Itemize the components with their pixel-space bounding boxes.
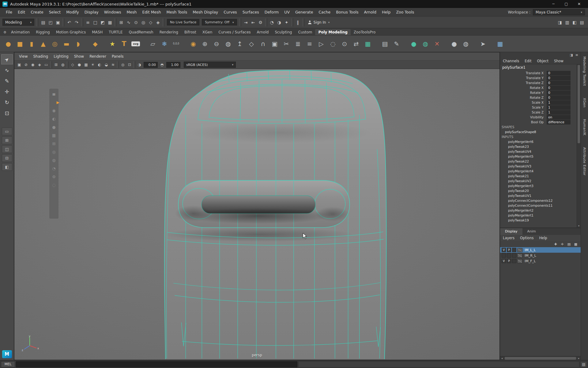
poly-sphere-icon[interactable]: ●: [2, 38, 14, 50]
attribute-value-field[interactable]: 0: [547, 71, 571, 75]
layer-visibility-toggle[interactable]: [502, 253, 506, 258]
attribute-value-field[interactable]: 0: [547, 95, 571, 100]
status-separator[interactable]: [265, 18, 267, 26]
sign-in-button[interactable]: Sign In ▾: [308, 20, 330, 25]
status-separator[interactable]: [36, 18, 39, 26]
toggle-tool-settings-icon[interactable]: ◧: [571, 19, 578, 26]
poly-plane-icon[interactable]: ▬: [61, 38, 72, 50]
shelf-tab-rigging[interactable]: Rigging: [33, 29, 53, 35]
hud-extra-icon[interactable]: ◌: [49, 181, 58, 189]
fill-hole-icon[interactable]: ▣: [269, 38, 281, 50]
menu-file[interactable]: File: [3, 8, 15, 16]
layer-name[interactable]: IM_R_L: [523, 254, 536, 258]
zoo-renderer-icon[interactable]: ◍: [420, 38, 431, 50]
camera-select-icon[interactable]: ▣: [16, 61, 23, 68]
attribute-value-field[interactable]: 1: [547, 100, 571, 105]
gamma-field[interactable]: 1.00: [166, 62, 180, 68]
screen-space-ao-icon[interactable]: ◒: [103, 61, 110, 68]
input-connections-icon[interactable]: ⇥: [242, 19, 250, 26]
status-separator[interactable]: [163, 18, 165, 26]
script-editor-icon[interactable]: ▤: [580, 361, 587, 367]
single-pane-layout-icon[interactable]: ▭: [2, 128, 12, 135]
menu-edit-mesh[interactable]: Edit Mesh: [139, 8, 164, 16]
input-node[interactable]: polyConnectComponents12: [500, 198, 577, 203]
construction-plane-icon[interactable]: ▱: [147, 38, 159, 50]
menu-curves[interactable]: Curves: [221, 8, 239, 16]
input-node[interactable]: polyTweak19: [500, 218, 577, 223]
quad-draw-icon[interactable]: ▦: [362, 38, 374, 50]
cb-menu-object[interactable]: Object: [534, 59, 551, 63]
status-separator[interactable]: [303, 18, 305, 26]
cb-menu-show[interactable]: Show: [551, 59, 566, 63]
input-node[interactable]: polyMergeVert2: [500, 208, 577, 213]
shelf-tab-motion-graphics[interactable]: Motion Graphics: [53, 29, 89, 35]
multi-cut-icon[interactable]: ✂: [281, 38, 292, 50]
render-current-frame-icon[interactable]: ◔: [268, 19, 276, 26]
menu-set-dropdown[interactable]: Modeling▾: [2, 19, 34, 26]
mirror-icon[interactable]: ⇄: [350, 38, 362, 50]
hud-menu-icon[interactable]: ≡: [49, 90, 58, 98]
model-wireframe[interactable]: [14, 69, 499, 360]
hud-shading-icon[interactable]: ●: [49, 123, 58, 131]
motion-blur-icon[interactable]: ≋: [110, 61, 116, 68]
layer-display-type-toggle[interactable]: [512, 253, 516, 258]
input-node[interactable]: polyTweakUV1: [500, 193, 577, 198]
attribute-value-field[interactable]: 0: [547, 86, 571, 90]
attribute-value-field[interactable]: 1: [547, 110, 571, 115]
panel-menu-lighting[interactable]: Lighting: [51, 54, 71, 59]
scrollbar-thumb[interactable]: [505, 357, 576, 360]
panel-menu-view[interactable]: View: [16, 54, 30, 59]
shelf-tab-animation[interactable]: Animation: [8, 29, 33, 35]
insert-edge-loop-icon[interactable]: ≣: [292, 38, 304, 50]
attribute-value-field[interactable]: 0: [547, 81, 571, 85]
lasso-tool-icon[interactable]: ∿: [1, 65, 13, 75]
menu-modify[interactable]: Modify: [63, 8, 81, 16]
sidebar-tab-attribute-editor[interactable]: Attribute Editor: [582, 147, 586, 176]
status-separator[interactable]: [115, 18, 117, 26]
viewport-separator[interactable]: [117, 61, 119, 68]
construction-history-icon[interactable]: ⚙: [257, 19, 264, 26]
input-node[interactable]: polyTweakUV4: [500, 149, 577, 154]
origin-locator-icon[interactable]: 0,0,0: [170, 38, 182, 50]
layer-row-im-r-l[interactable]: IM_R_L: [500, 253, 581, 258]
uv-editor-icon[interactable]: ▤: [379, 38, 391, 50]
menu-arnold[interactable]: Arnold: [361, 8, 379, 16]
selected-node-name[interactable]: polySurface1: [500, 64, 577, 71]
shelf-tab-poly-modeling[interactable]: Poly Modeling: [315, 29, 350, 35]
save-scene-icon[interactable]: ▣: [54, 19, 62, 26]
sidebar-tab-modeling-toolkit[interactable]: Modeling Toolkit: [582, 56, 586, 86]
layer-visibility-toggle[interactable]: V: [502, 248, 506, 252]
snap-to-projected-center-icon[interactable]: ◎: [140, 19, 147, 26]
toggle-modeling-toolkit-icon[interactable]: ◨: [556, 19, 564, 26]
attribute-value-field[interactable]: difference: [547, 120, 571, 125]
paint-select-tool-icon[interactable]: ✎: [1, 76, 13, 86]
sculpt-tool-icon[interactable]: ◉: [187, 38, 199, 50]
layer-display-type-toggle[interactable]: [512, 248, 516, 252]
menu-deform[interactable]: Deform: [262, 8, 281, 16]
layer-display-type-toggle[interactable]: [512, 259, 516, 263]
sidebar-tab-humanik[interactable]: HumanIK: [582, 119, 586, 136]
select-object-icon[interactable]: □: [92, 19, 99, 26]
shelf-tab-rendering[interactable]: Rendering: [156, 29, 181, 35]
type-tool-icon[interactable]: T: [118, 38, 130, 50]
cb-menu-channels[interactable]: Channels: [500, 59, 522, 63]
panel-pin-icon[interactable]: ◨: [570, 53, 573, 57]
zoo-close-icon[interactable]: ✕: [431, 38, 443, 50]
four-pane-layout-icon[interactable]: ⊞: [2, 136, 12, 144]
oversampling-icon[interactable]: ◍: [59, 61, 66, 68]
hud-grid-icon[interactable]: ⊞: [49, 140, 58, 148]
combine-icon[interactable]: ⊕: [199, 38, 211, 50]
menu-select[interactable]: Select: [46, 8, 64, 16]
hud-expand-arrow-icon[interactable]: ▶: [49, 98, 58, 106]
shelf-tab-xgen[interactable]: XGen: [199, 29, 216, 35]
menu-create[interactable]: Create: [28, 8, 46, 16]
input-node[interactable]: polyMergeVert6: [500, 139, 577, 144]
input-node[interactable]: polyTweakUV3: [500, 164, 577, 169]
workspace-dropdown[interactable]: Maya Classic*▾: [533, 9, 585, 15]
shelf-tab-sculpting[interactable]: Sculpting: [272, 29, 295, 35]
camera-attributes-icon[interactable]: ◉: [29, 61, 36, 68]
input-node[interactable]: polyMergeVert5: [500, 154, 577, 159]
attribute-value-field[interactable]: 0: [547, 76, 571, 80]
layer-att ributes-icon[interactable]: ▤: [567, 242, 571, 247]
zoo-tool-icon[interactable]: ●: [408, 38, 420, 50]
